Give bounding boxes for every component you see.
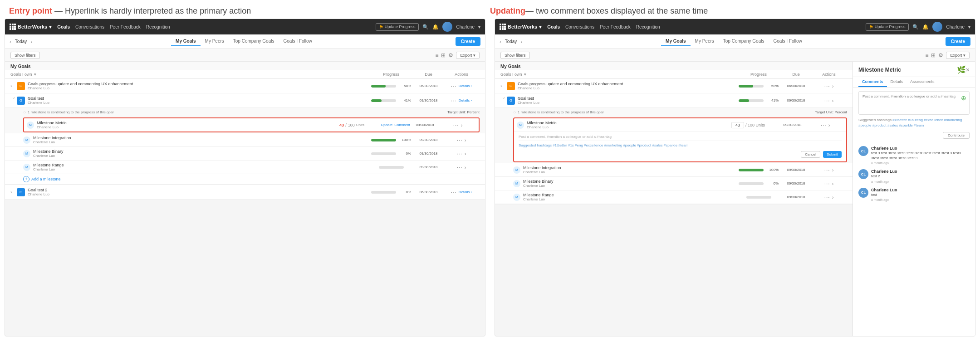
details-link-3[interactable]: Details › <box>459 190 472 194</box>
right-nav-peer-feedback[interactable]: Peer Feedback <box>600 24 631 29</box>
avatar[interactable] <box>442 22 452 32</box>
m-dots[interactable]: ··· <box>457 137 463 143</box>
m-arrow[interactable]: › <box>465 137 466 143</box>
update-progress-btn[interactable]: ⚑ Update Progress <box>376 23 419 31</box>
next-arrow[interactable]: › <box>30 39 32 44</box>
prev-arrow[interactable]: ‹ <box>10 39 11 44</box>
m-arrow-b[interactable]: › <box>465 151 466 156</box>
m-arrow-r[interactable]: › <box>465 165 466 170</box>
nav-peer-feedback[interactable]: Peer Feedback <box>110 24 141 29</box>
submit-btn[interactable]: Submit <box>823 151 842 158</box>
right-goal-icon-1: G <box>507 82 515 90</box>
right-grid-view-icon[interactable]: ⊞ <box>931 52 936 58</box>
nav-recognition[interactable]: Recognition <box>146 24 170 29</box>
right-search-icon[interactable]: 🔍 <box>912 24 919 30</box>
grid-view-icon[interactable]: ⊞ <box>441 52 446 58</box>
right-prev-arrow[interactable]: ‹ <box>500 39 501 44</box>
right-expand-2[interactable]: › <box>501 97 506 104</box>
right-th-goals-name[interactable]: Goals I own ▾ <box>500 72 736 77</box>
right-grid-icon <box>500 24 506 30</box>
m-dots-b[interactable]: ··· <box>457 151 463 157</box>
right-settings-icon[interactable]: ⚙ <box>938 52 943 58</box>
logo[interactable]: BetterWorks ▾ <box>10 24 52 30</box>
right-dots-2[interactable]: ··· <box>824 97 830 104</box>
right-m-arrow-int[interactable]: › <box>832 167 834 173</box>
right-m-arrow[interactable]: › <box>828 122 830 128</box>
right-next-arrow[interactable]: › <box>520 39 522 44</box>
th-goals-name[interactable]: Goals I own ▾ <box>10 72 368 77</box>
tab-top-company-goals[interactable]: Top Company Goals <box>229 37 279 46</box>
list-view-icon[interactable]: ≡ <box>435 52 438 58</box>
right-create-btn[interactable]: Create <box>946 37 970 46</box>
right-tab-my-goals[interactable]: My Goals <box>661 37 690 46</box>
milestone-arrow[interactable]: › <box>461 122 463 128</box>
tab-goals-i-follow[interactable]: Goals I Follow <box>279 37 316 46</box>
close-panel-btn[interactable]: × <box>966 66 970 73</box>
comment-link[interactable]: Comment <box>394 123 410 127</box>
update-link[interactable]: Update <box>381 123 393 127</box>
nav-links: Goals Conversations Peer Feedback Recogn… <box>57 24 370 29</box>
show-filters-btn[interactable]: Show filters <box>10 52 40 59</box>
tab-my-goals[interactable]: My Goals <box>171 37 200 46</box>
right-arrow-2[interactable]: › <box>832 98 834 103</box>
add-milestone-btn[interactable]: + Add a milestone <box>5 174 485 185</box>
send-icon[interactable]: ⊕ <box>961 94 966 102</box>
side-panel-content: ⊕ Suggested hashtags #1tbetter #1s #eng … <box>853 88 975 336</box>
pb-wrap <box>371 139 396 141</box>
right-nav-recognition[interactable]: Recognition <box>636 24 660 29</box>
right-tab-top-company-goals[interactable]: Top Company Goals <box>719 37 769 46</box>
nav-conversations[interactable]: Conversations <box>75 24 104 29</box>
today-btn[interactable]: Today <box>15 39 27 44</box>
settings-icon[interactable]: ⚙ <box>448 52 453 58</box>
right-m-dots-int[interactable]: ··· <box>824 167 830 173</box>
details-link-2[interactable]: Details › <box>459 98 472 102</box>
right-dots-1[interactable]: ··· <box>824 83 830 89</box>
expand-icon-3[interactable]: › <box>10 190 17 195</box>
bell-icon[interactable]: 🔔 <box>432 24 439 30</box>
details-link[interactable]: Details › <box>459 84 472 88</box>
side-tab-comments[interactable]: Comments <box>858 77 887 87</box>
right-nav-goals[interactable]: Goals <box>547 24 560 29</box>
dots-menu-3[interactable]: ··· <box>451 189 457 195</box>
right-m-arrow-bin[interactable]: › <box>832 181 834 186</box>
search-icon[interactable]: 🔍 <box>422 24 429 30</box>
comment-textarea[interactable] <box>862 94 965 111</box>
right-list-view-icon[interactable]: ≡ <box>925 52 928 58</box>
create-btn[interactable]: Create <box>456 37 480 46</box>
tab-my-peers[interactable]: My Peers <box>201 37 229 46</box>
side-panel-tabs: Comments Details Assessments <box>853 77 975 88</box>
right-export-btn[interactable]: Export ▾ <box>946 52 970 59</box>
dots-menu[interactable]: ··· <box>451 83 457 89</box>
right-show-filters-btn[interactable]: Show filters <box>500 52 530 59</box>
right-m-arrow-range[interactable]: › <box>832 195 834 200</box>
right-logo[interactable]: BetterWorks ▾ <box>500 24 542 30</box>
right-sub-section: ○ 1 milestone is contributing to the pro… <box>495 108 853 205</box>
units-input[interactable] <box>731 122 744 128</box>
export-btn[interactable]: Export ▾ <box>456 52 480 59</box>
expand-icon[interactable]: › <box>10 83 17 88</box>
right-tab-my-peers[interactable]: My Peers <box>691 37 719 46</box>
side-tab-details[interactable]: Details <box>887 77 907 87</box>
right-goal-due-1: 06/30/2018 <box>781 84 811 88</box>
right-update-progress-btn[interactable]: ⚑ Update Progress <box>866 23 909 31</box>
right-m-dots[interactable]: ··· <box>821 122 827 128</box>
nav-goals[interactable]: Goals <box>57 24 70 29</box>
right-m-dots-range[interactable]: ··· <box>824 194 830 200</box>
expand-icon-2[interactable]: › <box>11 97 16 104</box>
right-tab-goals-i-follow[interactable]: Goals I Follow <box>769 37 806 46</box>
right-arrow-1[interactable]: › <box>832 83 834 89</box>
contribute-btn[interactable]: Contribute <box>943 132 970 139</box>
m-dots-r[interactable]: ··· <box>457 164 463 170</box>
right-today-btn[interactable]: Today <box>505 39 517 44</box>
main-content: My Goals Goals I own ▾ Progress Due Acti… <box>495 62 853 336</box>
right-m-dots-bin[interactable]: ··· <box>824 180 830 187</box>
right-expand-1[interactable]: › <box>500 83 507 88</box>
milestone-dots[interactable]: ··· <box>453 122 459 128</box>
right-avatar[interactable] <box>932 22 942 32</box>
side-tab-assessments[interactable]: Assessments <box>906 77 938 87</box>
cancel-btn[interactable]: Cancel <box>801 151 820 158</box>
right-nav-conversations[interactable]: Conversations <box>565 24 594 29</box>
goal-icon: G <box>17 82 25 90</box>
right-bell-icon[interactable]: 🔔 <box>922 24 929 30</box>
dots-menu-2[interactable]: ··· <box>451 97 457 104</box>
